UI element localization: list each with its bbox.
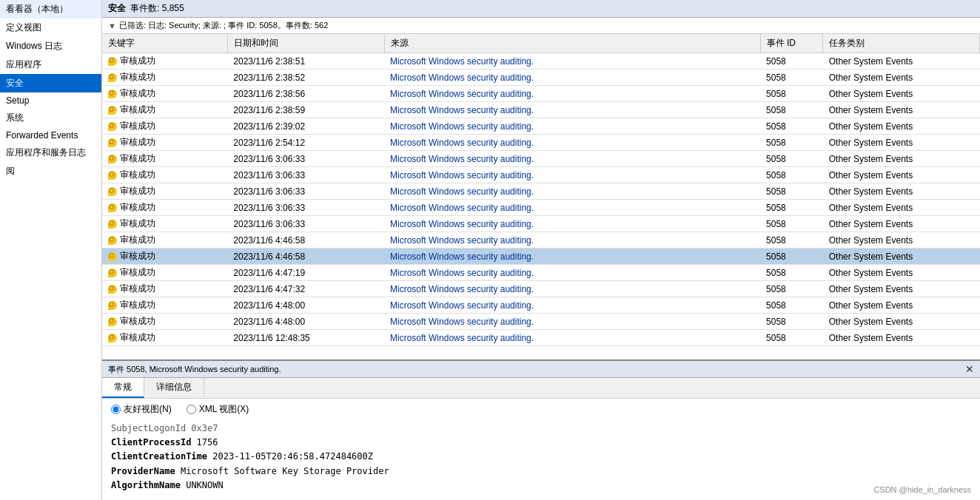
table-row[interactable]: 审核成功2023/11/6 4:47:19Microsoft Windows s…: [102, 265, 980, 281]
sidebar-item-custom-views[interactable]: 定义视图: [0, 18, 101, 37]
table-row[interactable]: 审核成功2023/11/6 4:46:58Microsoft Windows s…: [102, 249, 980, 265]
field-name-3: ProviderName: [111, 466, 181, 476]
table-header-row: 关键字 日期和时间 来源 事件 ID 任务类别: [102, 34, 980, 53]
cell-keyword: 审核成功: [102, 118, 227, 135]
cell-keyword: 审核成功: [102, 314, 227, 330]
col-datetime[interactable]: 日期和时间: [227, 34, 384, 53]
bottom-close-button[interactable]: ✕: [965, 363, 974, 375]
cell-task: Other System Events: [823, 216, 980, 232]
table-row[interactable]: 审核成功2023/11/6 12:48:35Microsoft Windows …: [102, 330, 980, 346]
cell-source: Microsoft Windows security auditing.: [384, 151, 760, 167]
table-row[interactable]: 审核成功2023/11/6 4:48:00Microsoft Windows s…: [102, 314, 980, 330]
table-row[interactable]: 审核成功2023/11/6 2:38:56Microsoft Windows s…: [102, 86, 980, 102]
cell-keyword: 审核成功: [102, 216, 227, 232]
cell-datetime: 2023/11/6 4:48:00: [227, 297, 384, 314]
col-source[interactable]: 来源: [384, 34, 760, 53]
view-mode-selector: 友好视图(N)XML 视图(X): [111, 403, 971, 416]
audit-icon: [108, 138, 117, 147]
radio-input-friendly[interactable]: [111, 405, 121, 414]
cell-keyword: 审核成功: [102, 86, 227, 102]
radio-input-xml[interactable]: [187, 405, 196, 414]
cell-task: Other System Events: [823, 200, 980, 216]
cell-datetime: 2023/11/6 2:38:52: [227, 70, 384, 86]
sidebar-item-subscription[interactable]: 阅: [0, 162, 101, 180]
cell-task: Other System Events: [823, 330, 980, 346]
cell-datetime: 2023/11/6 3:06:33: [227, 183, 384, 200]
detail-field-4: AlgorithmName UNKNOWN: [111, 479, 971, 493]
event-table-container[interactable]: 关键字 日期和时间 来源 事件 ID 任务类别 审核成功2023/11/6 2:…: [102, 34, 980, 359]
field-name-2: ClientCreationTime: [111, 451, 212, 462]
cell-datetime: 2023/11/6 4:46:58: [227, 232, 384, 249]
radio-friendly[interactable]: 友好视图(N): [111, 403, 172, 416]
cell-datetime: 2023/11/6 2:38:51: [227, 53, 384, 70]
table-row[interactable]: 审核成功2023/11/6 4:48:00Microsoft Windows s…: [102, 297, 980, 314]
audit-icon: [108, 220, 117, 229]
tab-details[interactable]: 详细信息: [144, 378, 204, 398]
cell-keyword: 审核成功: [102, 53, 227, 70]
sidebar-item-app-service-logs[interactable]: 应用程序和服务日志: [0, 143, 101, 162]
bottom-panel: 事件 5058, Microsoft Windows security audi…: [102, 359, 980, 500]
field-name-4: AlgorithmName: [111, 480, 186, 490]
sidebar-item-security[interactable]: 安全: [0, 74, 101, 92]
table-row[interactable]: 审核成功2023/11/6 3:06:33Microsoft Windows s…: [102, 151, 980, 167]
header-title: 安全: [108, 2, 126, 15]
sidebar: 看看器（本地）定义视图Windows 日志应用程序安全Setup系统Forwar…: [0, 0, 102, 500]
sidebar-item-setup[interactable]: Setup: [0, 92, 101, 109]
cell-keyword: 审核成功: [102, 232, 227, 249]
table-row[interactable]: 审核成功2023/11/6 3:06:33Microsoft Windows s…: [102, 200, 980, 216]
cell-task: Other System Events: [823, 265, 980, 281]
field-name-1: ClientProcessId: [111, 437, 197, 447]
cell-datetime: 2023/11/6 4:47:19: [227, 265, 384, 281]
sidebar-item-forwarded-events[interactable]: Forwarded Events: [0, 127, 101, 143]
detail-field-3: ProviderName Microsoft Software Key Stor…: [111, 464, 971, 479]
cell-source: Microsoft Windows security auditing.: [384, 102, 760, 118]
col-task[interactable]: 任务类别: [823, 34, 980, 53]
cell-event-id: 5058: [760, 86, 823, 102]
cell-source: Microsoft Windows security auditing.: [384, 183, 760, 200]
table-row[interactable]: 审核成功2023/11/6 3:06:33Microsoft Windows s…: [102, 183, 980, 200]
table-row[interactable]: 审核成功2023/11/6 4:47:32Microsoft Windows s…: [102, 281, 980, 297]
cell-keyword: 审核成功: [102, 70, 227, 86]
cell-event-id: 5058: [760, 281, 823, 297]
radio-xml[interactable]: XML 视图(X): [187, 403, 249, 416]
sidebar-item-apps[interactable]: 应用程序: [0, 55, 101, 74]
cell-event-id: 5058: [760, 200, 823, 216]
field-value-4: UNKNOWN: [186, 480, 224, 490]
table-row[interactable]: 审核成功2023/11/6 2:38:52Microsoft Windows s…: [102, 70, 980, 86]
audit-icon: [108, 334, 117, 342]
cell-keyword: 审核成功: [102, 102, 227, 118]
detail-truncated-line: SubjectLogonId 0x3e7: [111, 422, 971, 436]
audit-icon: [108, 187, 117, 196]
detail-field-1: ClientProcessId 1756: [111, 436, 971, 450]
cell-source: Microsoft Windows security auditing.: [384, 297, 760, 314]
table-row[interactable]: 审核成功2023/11/6 3:06:33Microsoft Windows s…: [102, 167, 980, 183]
event-table: 关键字 日期和时间 来源 事件 ID 任务类别 审核成功2023/11/6 2:…: [102, 34, 980, 346]
tab-general[interactable]: 常规: [102, 378, 144, 398]
table-row[interactable]: 审核成功2023/11/6 3:06:33Microsoft Windows s…: [102, 216, 980, 232]
cell-keyword: 审核成功: [102, 249, 227, 265]
table-row[interactable]: 审核成功2023/11/6 2:38:59Microsoft Windows s…: [102, 102, 980, 118]
cell-event-id: 5058: [760, 102, 823, 118]
table-row[interactable]: 审核成功2023/11/6 2:54:12Microsoft Windows s…: [102, 135, 980, 151]
col-eventid[interactable]: 事件 ID: [760, 34, 823, 53]
cell-datetime: 2023/11/6 2:39:02: [227, 118, 384, 135]
audit-icon: [108, 57, 117, 66]
cell-source: Microsoft Windows security auditing.: [384, 249, 760, 265]
table-row[interactable]: 审核成功2023/11/6 4:46:58Microsoft Windows s…: [102, 232, 980, 249]
table-row[interactable]: 审核成功2023/11/6 2:38:51Microsoft Windows s…: [102, 53, 980, 70]
detail-fields: SubjectLogonId 0x3e7ClientProcessId 1756…: [111, 422, 971, 493]
field-value-3: Microsoft Software Key Storage Provider: [181, 466, 389, 476]
audit-icon: [108, 285, 117, 294]
table-row[interactable]: 审核成功2023/11/6 2:39:02Microsoft Windows s…: [102, 118, 980, 135]
sidebar-item-system[interactable]: 系统: [0, 109, 101, 127]
cell-event-id: 5058: [760, 265, 823, 281]
cell-event-id: 5058: [760, 232, 823, 249]
cell-datetime: 2023/11/6 4:48:00: [227, 314, 384, 330]
cell-keyword: 审核成功: [102, 135, 227, 151]
col-keyword[interactable]: 关键字: [102, 34, 227, 53]
sidebar-item-event-viewer[interactable]: 看看器（本地）: [0, 0, 101, 18]
radio-label-friendly: 友好视图(N): [124, 403, 172, 416]
cell-task: Other System Events: [823, 118, 980, 135]
cell-task: Other System Events: [823, 314, 980, 330]
sidebar-item-windows-logs[interactable]: Windows 日志: [0, 37, 101, 55]
